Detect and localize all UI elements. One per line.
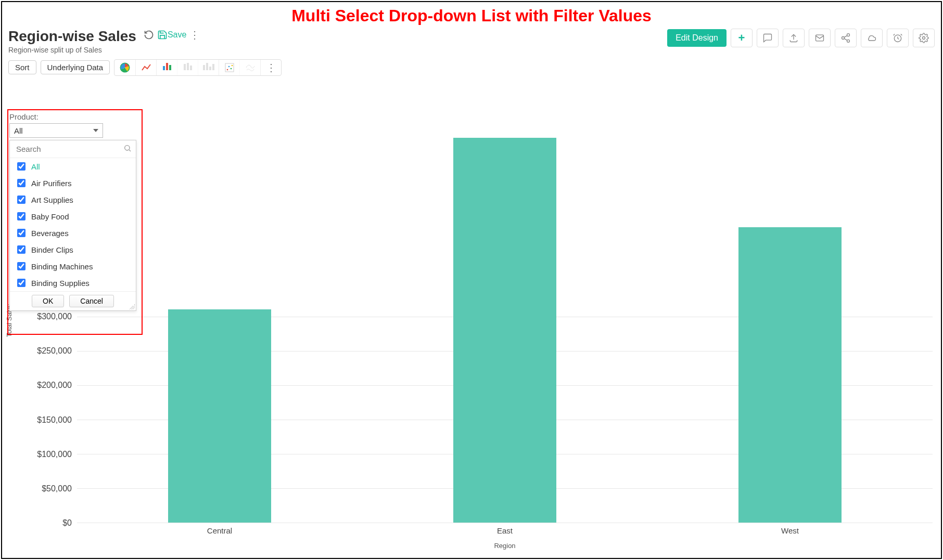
filter-dropdown[interactable]: All <box>9 123 103 138</box>
y-tick-label: $100,000 <box>37 450 72 459</box>
svg-point-16 <box>231 64 233 66</box>
filter-option-label: Beverages <box>31 229 69 238</box>
filter-label: Product: <box>9 112 139 121</box>
chart-type-stacked-bar-icon[interactable] <box>177 60 198 75</box>
filter-option-checkbox[interactable] <box>17 196 26 204</box>
annotation-title: Multi Select Drop-down List with Filter … <box>2 6 941 25</box>
filter-option[interactable]: Beverages <box>10 225 136 241</box>
chart-type-grouped-bar-icon[interactable] <box>198 60 219 75</box>
filter-option[interactable]: Baby Food <box>10 208 136 225</box>
filter-option-checkbox[interactable] <box>17 245 26 254</box>
svg-line-6 <box>844 38 847 41</box>
filter-option-label: Binding Machines <box>31 262 93 271</box>
edit-design-button[interactable]: Edit Design <box>667 29 727 47</box>
filter-option-label: Air Purifiers <box>31 179 72 188</box>
filter-option[interactable]: Binder Clips <box>10 241 136 258</box>
svg-line-9 <box>901 34 902 36</box>
filter-option-label: Art Supplies <box>31 196 73 204</box>
y-tick-label: $250,000 <box>37 346 72 356</box>
chart-type-map-icon[interactable] <box>239 60 260 75</box>
filter-option-checkbox[interactable] <box>17 229 26 237</box>
svg-point-14 <box>228 66 230 67</box>
save-button[interactable]: Save <box>157 30 186 40</box>
filter-option[interactable]: All <box>10 158 136 175</box>
chart-type-line-icon[interactable] <box>135 60 156 75</box>
alarm-icon[interactable] <box>887 29 909 47</box>
filter-option-checkbox[interactable] <box>17 179 26 187</box>
sort-button[interactable]: Sort <box>8 60 36 74</box>
mail-icon[interactable] <box>809 29 831 47</box>
svg-point-13 <box>226 69 228 70</box>
svg-point-10 <box>923 37 925 40</box>
svg-line-5 <box>844 35 847 37</box>
comment-icon[interactable] <box>757 29 779 47</box>
kebab-icon[interactable]: ⋮ <box>189 29 199 41</box>
share-icon[interactable] <box>835 29 857 47</box>
y-tick-label: $50,000 <box>42 484 72 493</box>
search-icon <box>123 144 132 154</box>
filter-option-checkbox[interactable] <box>17 212 26 220</box>
underlying-data-button[interactable]: Underlying Data <box>41 60 110 74</box>
filter-option-checkbox[interactable] <box>17 279 26 287</box>
svg-point-17 <box>125 145 130 150</box>
resize-handle-icon[interactable] <box>130 304 135 309</box>
settings-icon[interactable] <box>913 29 935 47</box>
svg-rect-12 <box>225 63 234 72</box>
svg-point-4 <box>847 40 850 42</box>
filter-option-label: All <box>31 162 40 171</box>
page-title: Region-wise Sales <box>8 29 136 45</box>
chart-type-scatter-icon[interactable] <box>219 60 239 75</box>
filter-option-label: Binding Supplies <box>31 279 90 288</box>
filter-search-input[interactable] <box>14 142 123 155</box>
y-tick-label: $0 <box>62 518 72 528</box>
svg-point-2 <box>847 34 850 36</box>
filter-option[interactable]: Air Purifiers <box>10 175 136 191</box>
filter-option-label: Binder Clips <box>31 245 73 254</box>
chart-type-pie-icon[interactable] <box>114 60 135 75</box>
filter-option[interactable]: Binding Machines <box>10 258 136 275</box>
svg-line-18 <box>129 150 131 151</box>
y-tick-label: $150,000 <box>37 415 72 425</box>
svg-rect-1 <box>816 35 824 41</box>
x-tick-label: East <box>497 526 513 535</box>
filter-option[interactable]: Art Supplies <box>10 191 136 208</box>
chart: Total Sales $0$50,000$100,000$150,000$20… <box>8 110 935 552</box>
filter-ok-button[interactable]: OK <box>32 295 64 307</box>
x-tick-label: Central <box>207 526 232 535</box>
filter-options-list[interactable]: AllAir PurifiersArt SuppliesBaby FoodBev… <box>10 158 136 291</box>
toolbar-kebab-icon[interactable]: ⋮ <box>260 60 281 75</box>
filter-selected-value: All <box>14 126 23 135</box>
filter-dropdown-panel: AllAir PurifiersArt SuppliesBaby FoodBev… <box>9 140 136 311</box>
filter-option[interactable]: Binding Supplies <box>10 275 136 291</box>
chart-bar[interactable] <box>738 227 841 523</box>
chart-type-bar-icon[interactable] <box>156 60 177 75</box>
filter-option-checkbox[interactable] <box>17 262 26 270</box>
refresh-icon[interactable] <box>144 30 154 40</box>
page-subtitle: Region-wise split up of Sales <box>8 46 136 54</box>
filter-option-checkbox[interactable] <box>17 162 26 171</box>
svg-point-15 <box>230 68 232 69</box>
export-icon[interactable] <box>783 29 805 47</box>
save-label: Save <box>168 30 186 40</box>
svg-line-8 <box>894 34 895 36</box>
x-axis-label: Region <box>494 542 515 550</box>
filter-cancel-button[interactable]: Cancel <box>69 295 114 307</box>
y-tick-label: $200,000 <box>37 381 72 390</box>
x-tick-label: West <box>781 526 799 535</box>
save-icon <box>157 30 168 40</box>
filter-option-label: Baby Food <box>31 212 69 221</box>
y-tick-label: $300,000 <box>37 312 72 321</box>
add-button[interactable]: + <box>731 29 753 47</box>
cloud-icon[interactable] <box>861 29 883 47</box>
chevron-down-icon <box>93 129 98 132</box>
chart-bar[interactable] <box>453 138 556 523</box>
chart-bar[interactable] <box>168 309 271 523</box>
svg-point-3 <box>842 37 845 40</box>
